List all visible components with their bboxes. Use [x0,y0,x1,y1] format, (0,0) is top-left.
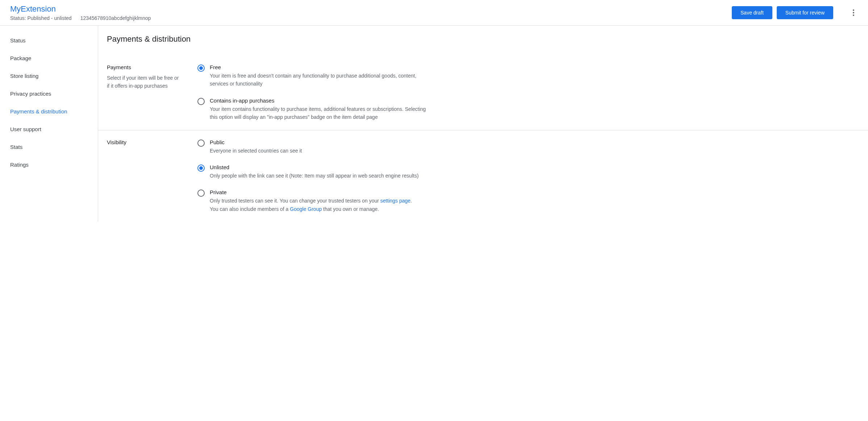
radio-inapp[interactable] [197,98,205,105]
radio-public-desc: Everyone in selected countries can see i… [210,147,429,155]
radio-free-text: Free Your item is free and doesn't conta… [210,64,429,88]
settings-page-link[interactable]: settings page [380,198,410,204]
visibility-option-unlisted[interactable]: Unlisted Only people with the link can s… [197,164,429,180]
google-group-link[interactable]: Google Group [290,206,322,212]
sidebar-item-user-support[interactable]: User support [0,120,98,138]
radio-private-title: Private [210,189,429,195]
radio-private[interactable] [197,189,205,197]
sidebar-item-ratings[interactable]: Ratings [0,156,98,174]
payments-label: Payments Select if your item will be fre… [107,64,179,121]
header-meta: Status: Published - unlisted 12345678910… [10,15,151,21]
sidebar-item-privacy[interactable]: Privacy practices [0,85,98,103]
radio-unlisted-title: Unlisted [210,164,429,170]
radio-free[interactable] [197,64,205,72]
content-wrapper: Status Package Store listing Privacy pra… [0,26,868,222]
more-options-icon[interactable] [849,8,858,17]
sidebar-item-payments[interactable]: Payments & distribution [0,103,98,120]
radio-private-desc: Only trusted testers can see it. You can… [210,197,429,213]
radio-public-text: Public Everyone in selected countries ca… [210,139,429,155]
radio-inapp-desc: Your item contains functionality to purc… [210,105,429,121]
visibility-section: Visibility Public Everyone in selected c… [98,130,868,222]
radio-private-text: Private Only trusted testers can see it.… [210,189,429,213]
sidebar-item-status[interactable]: Status [0,32,98,49]
visibility-options: Public Everyone in selected countries ca… [197,139,429,213]
radio-inapp-title: Contains in-app purchases [210,97,429,104]
payments-options: Free Your item is free and doesn't conta… [197,64,429,121]
radio-free-title: Free [210,64,429,70]
payments-section: Payments Select if your item will be fre… [98,55,868,130]
visibility-title: Visibility [107,139,179,145]
main-content: Payments & distribution Payments Select … [98,26,868,222]
header-actions: Save draft Submit for review [732,6,858,19]
visibility-label: Visibility [107,139,179,213]
radio-free-desc: Your item is free and doesn't contain an… [210,72,429,88]
radio-public-title: Public [210,139,429,145]
sidebar-item-package[interactable]: Package [0,49,98,67]
header-left: MyExtension Status: Published - unlisted… [10,4,151,21]
radio-public[interactable] [197,139,205,147]
extension-title[interactable]: MyExtension [10,4,151,14]
status-label: Status: Published - unlisted [10,15,72,21]
radio-unlisted-desc: Only people with the link can see it (No… [210,172,429,180]
radio-unlisted[interactable] [197,164,205,172]
sidebar-item-store-listing[interactable]: Store listing [0,67,98,85]
save-draft-button[interactable]: Save draft [732,6,772,19]
visibility-option-public[interactable]: Public Everyone in selected countries ca… [197,139,429,155]
radio-unlisted-text: Unlisted Only people with the link can s… [210,164,429,180]
sidebar-item-stats[interactable]: Stats [0,138,98,156]
visibility-option-private[interactable]: Private Only trusted testers can see it.… [197,189,429,213]
payment-option-inapp[interactable]: Contains in-app purchases Your item cont… [197,97,429,121]
payments-title: Payments [107,64,179,70]
sidebar: Status Package Store listing Privacy pra… [0,26,98,222]
radio-inapp-text: Contains in-app purchases Your item cont… [210,97,429,121]
page-header: MyExtension Status: Published - unlisted… [0,0,868,26]
page-title: Payments & distribution [98,26,868,55]
item-id: 12345678910abcdefghijklmnop [80,15,151,21]
payment-option-free[interactable]: Free Your item is free and doesn't conta… [197,64,429,88]
submit-review-button[interactable]: Submit for review [777,6,833,19]
payments-description: Select if your item will be free or if i… [107,74,179,90]
